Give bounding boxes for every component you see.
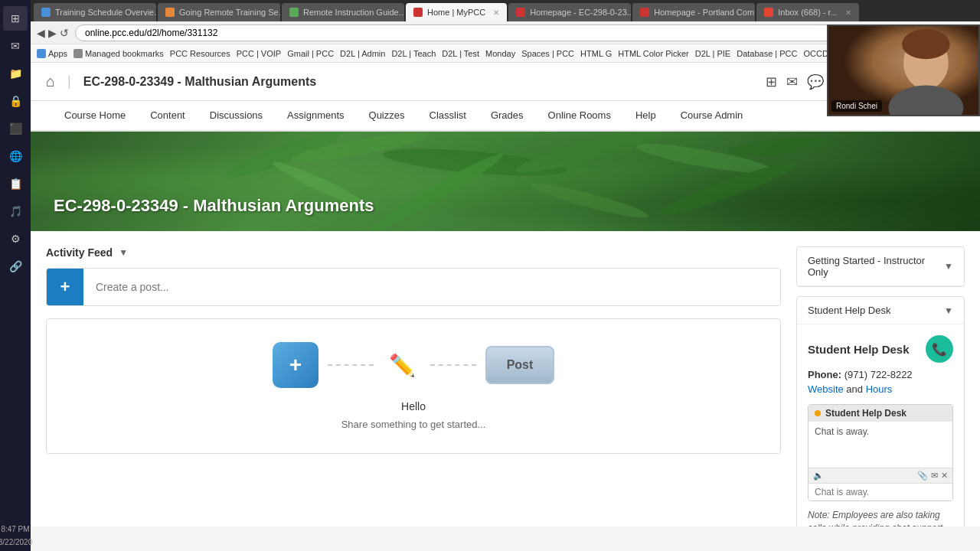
chat-close-icon[interactable]: ✕ (941, 471, 948, 481)
tab-1[interactable]: Training Schedule Overvie... ✕ (34, 3, 156, 21)
d2l-home-icon[interactable]: ⌂ (46, 73, 55, 90)
taskbar-settings[interactable]: ⚙ (3, 227, 28, 251)
empty-state-graphic: + ✏️ Post (273, 342, 554, 388)
tab-5[interactable]: Homepage - EC-298-0-23... ✕ (508, 3, 631, 21)
taskbar-browser[interactable]: 🌐 (3, 144, 28, 168)
help-note: Note: Employees are also taking calls wh… (808, 509, 953, 527)
bm-d2l-admin[interactable]: D2L | Admin (340, 49, 385, 58)
activity-feed-header[interactable]: Activity Feed ▼ (46, 246, 781, 259)
webcam-video: Rondi Schei (828, 26, 978, 115)
chat-attach-icon[interactable]: 📎 (917, 471, 928, 481)
taskbar-mail[interactable]: ✉ (3, 34, 28, 58)
address-input[interactable] (75, 24, 958, 41)
tab-7[interactable]: Inbox (668) - r... ✕ (756, 3, 859, 21)
bm-pcc-voip[interactable]: PCC | VOIP (237, 49, 281, 58)
phone-icon-button[interactable]: 📞 (926, 335, 953, 363)
website-link[interactable]: Website (808, 383, 844, 395)
taskbar-windows[interactable]: ⊞ (3, 6, 28, 31)
tab-bar: Training Schedule Overvie... ✕ Going Rem… (31, 0, 980, 21)
nav-course-admin[interactable]: Course Admin (678, 100, 746, 131)
topnav-grid-icon[interactable]: ⊞ (766, 73, 777, 90)
create-post-input[interactable] (83, 269, 780, 305)
getting-started-header[interactable]: Getting Started - Instructor Only ▼ (797, 247, 964, 286)
chat-toolbar: 🔈 📎 ✉ ✕ (808, 468, 952, 483)
bm-html-g[interactable]: HTML G (580, 49, 612, 58)
taskbar-lock[interactable]: 🔒 (3, 89, 28, 113)
taskbar-folder[interactable]: 📁 (3, 61, 28, 86)
topnav-chat-icon[interactable]: 💬 (807, 73, 824, 90)
svg-point-13 (528, 178, 650, 223)
bm-apps[interactable]: Apps (37, 49, 67, 58)
create-post-button[interactable]: + (47, 269, 83, 305)
student-help-desk-widget: Student Help Desk ▼ Student Help Desk 📞 … (796, 296, 965, 527)
activity-feed-label: Activity Feed (46, 246, 113, 259)
bm-database[interactable]: Database | PCC (737, 49, 797, 58)
bm-managed-icon (74, 49, 83, 58)
nav-quizzes[interactable]: Quizzes (366, 100, 408, 131)
tab-7-favicon (764, 8, 773, 17)
bm-spaces[interactable]: Spaces | PCC (521, 49, 574, 58)
hero-banner: EC-298-0-23349 - Malthusian Arguments (31, 132, 980, 231)
chat-status-indicator (815, 410, 821, 416)
taskbar-media[interactable]: 🎵 (3, 199, 28, 223)
getting-started-chevron: ▼ (944, 261, 953, 272)
nav-assignments[interactable]: Assignments (284, 100, 347, 131)
topnav-mail-icon[interactable]: ✉ (786, 73, 798, 90)
activity-empty-state: + ✏️ Post Hello Share something to get s… (46, 318, 781, 454)
chat-away-message: Chat is away. (815, 426, 869, 437)
forward-button[interactable]: ▶ (48, 27, 57, 39)
nav-classlist[interactable]: Classlist (426, 100, 469, 131)
tab-2[interactable]: Going Remote Training Se... ✕ (158, 3, 280, 21)
webcam-label: Rondi Schei (831, 100, 882, 112)
back-button[interactable]: ◀ (37, 27, 45, 39)
bm-monday[interactable]: Monday (485, 49, 515, 58)
tab-3-favicon (289, 8, 299, 17)
nav-discussions[interactable]: Discussions (207, 100, 266, 131)
nav-course-home[interactable]: Course Home (61, 100, 129, 131)
chat-input-area: Chat is away. (808, 483, 952, 500)
topnav-course-title: EC-298-0-23349 - Malthusian Arguments (83, 75, 753, 89)
empty-pencil-icon: ✏️ (383, 346, 421, 384)
taskbar-terminal[interactable]: ⬛ (3, 116, 28, 141)
tab-4[interactable]: Home | MyPCC ✕ (406, 3, 507, 21)
hero-fern-svg (31, 132, 980, 231)
tab-1-favicon (41, 8, 51, 17)
tab-2-favicon (165, 8, 175, 17)
app-container: ⌂ | EC-298-0-23349 - Malthusian Argument… (31, 63, 980, 527)
student-help-desk-header[interactable]: Student Help Desk ▼ (797, 297, 964, 324)
hero-title: EC-298-0-23349 - Malthusian Arguments (54, 196, 374, 216)
bm-managed[interactable]: Managed bookmarks (74, 49, 164, 58)
help-desk-header-label: Student Help Desk (808, 305, 890, 316)
nav-content[interactable]: Content (147, 100, 188, 131)
bm-pcc-resources[interactable]: PCC Resources (170, 49, 230, 58)
bm-apps-icon (37, 49, 46, 58)
tab-4-favicon (413, 8, 423, 17)
taskbar-link[interactable]: 🔗 (3, 254, 28, 279)
tab-7-close[interactable]: ✕ (845, 8, 851, 17)
bm-color-picker[interactable]: HTML Color Picker (618, 49, 689, 58)
chat-header: Student Help Desk (808, 405, 952, 422)
bm-d2l-test[interactable]: D2L | Test (442, 49, 479, 58)
hours-link[interactable]: Hours (866, 383, 893, 395)
tab-5-favicon (516, 8, 525, 17)
help-desk-header-chevron: ▼ (944, 305, 953, 316)
bm-gmail[interactable]: Gmail | PCC (287, 49, 334, 58)
empty-post-button: Post (485, 346, 554, 384)
tab-4-close[interactable]: ✕ (493, 8, 499, 17)
nav-controls: ◀ ▶ ↺ (37, 27, 69, 39)
right-column: Getting Started - Instructor Only ▼ Stud… (796, 246, 965, 527)
nav-online-rooms[interactable]: Online Rooms (545, 100, 614, 131)
chat-toolbar-icons: 📎 ✉ ✕ (917, 471, 948, 481)
bm-d2l-teach[interactable]: D2L | Teach (391, 49, 436, 58)
dashed-line-1 (328, 364, 374, 366)
tab-3[interactable]: Remote Instruction Guide... ✕ (282, 3, 404, 21)
tab-6[interactable]: Homepage - Portland Com... ✕ (632, 3, 755, 21)
bm-d2l-pie[interactable]: D2L | PIE (695, 49, 730, 58)
reload-button[interactable]: ↺ (60, 27, 69, 39)
help-links: Website and Hours (808, 383, 953, 395)
nav-help[interactable]: Help (632, 100, 659, 131)
chat-email-icon[interactable]: ✉ (931, 471, 938, 481)
system-date: 3/22/2020 (0, 536, 32, 548)
nav-grades[interactable]: Grades (488, 100, 527, 131)
taskbar-files[interactable]: 📋 (3, 171, 28, 196)
